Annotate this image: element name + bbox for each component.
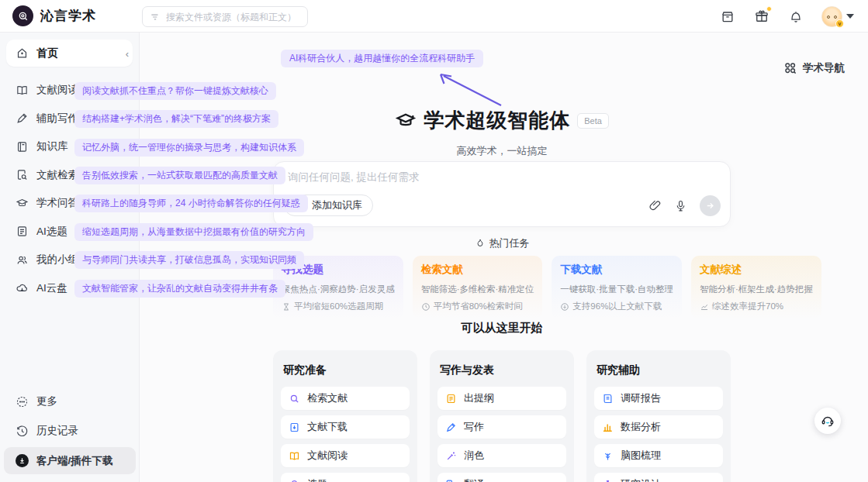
search-input[interactable] [166, 12, 300, 22]
app-title: 沁言学术 [40, 7, 96, 25]
vip-badge-icon: v [835, 19, 844, 28]
sidebar-collapse-icon[interactable]: ‹ [121, 46, 133, 61]
report-book-icon [602, 393, 614, 405]
action-label: 文献下载 [307, 420, 348, 434]
hot-tasks: 寻找选题 聚焦热点·洞察趋势·启发灵感 平均缩短60%选题周期 检索文献 智能筛… [273, 256, 731, 319]
customer-service-button[interactable] [814, 408, 841, 434]
action-label: 检索文献 [307, 391, 348, 405]
sidebar-item-label: 文献检索 [36, 168, 78, 182]
action-label: 研究设计 [621, 477, 661, 482]
action-search-literature[interactable]: 检索文献 [281, 387, 410, 410]
global-search[interactable] [142, 6, 308, 27]
download-icon [16, 454, 29, 467]
action-label: 数据分析 [621, 420, 661, 434]
graduation-cap-icon [16, 197, 29, 210]
action-label: 文献阅读 [307, 449, 348, 463]
task-download-literature[interactable]: 下载文献 一键获取·批量下载·自动整理 支持96%以上文献下载 [552, 256, 682, 319]
action-label: 出提纲 [464, 391, 494, 405]
academic-nav-link[interactable]: 学术导航 [783, 60, 845, 75]
tooltip-qa: 科研路上的随身导师，24 小时待命解答你的任何疑惑 [74, 195, 308, 212]
tooltip-search: 告别低效搜索，一站式获取最匹配的高质量文献 [74, 167, 285, 184]
avatar-eye [834, 15, 837, 19]
brand-area[interactable]: 沁言学术 [0, 5, 96, 26]
sidebar-item-label: AI选题 [36, 225, 67, 239]
doc-search-icon [16, 168, 29, 181]
avatar-eye [827, 15, 830, 19]
task-stat: 综述效率提升70% [712, 301, 783, 312]
sidebar-item-more[interactable]: 更多 [0, 387, 140, 416]
lightbulb-icon [289, 479, 300, 482]
clock-icon [421, 302, 431, 312]
action-research-report[interactable]: 调研报告 [594, 387, 723, 410]
action-translate[interactable]: 翻译 [437, 473, 566, 482]
sidebar-item-label: 历史记录 [36, 424, 78, 438]
history-clock-icon [16, 425, 29, 438]
cloud-icon [16, 281, 29, 294]
action-label: 润色 [464, 449, 484, 463]
card-title: 研究辅助 [597, 363, 721, 377]
home-icon [16, 46, 29, 60]
action-topic-selection[interactable]: 选题 [281, 473, 410, 482]
task-literature-review[interactable]: 文献综述 智能分析·框架生成·趋势把握 综述效率提升70% [691, 256, 821, 319]
page-title: 学术超级智能体 [424, 107, 570, 134]
add-knowledge-base-label: 添加知识库 [312, 198, 362, 212]
doc-lines-icon [445, 393, 457, 405]
briefcase-icon[interactable] [719, 8, 736, 25]
sidebar-footer: 更多 历史记录 客户端/插件下载 [0, 387, 140, 477]
action-literature-reading[interactable]: 文献阅读 [281, 444, 410, 467]
action-research-design[interactable]: 研究设计 [594, 473, 723, 482]
tooltip-writing: 结构搭建+学术润色，解决“下笔难”的终极方案 [74, 110, 278, 128]
promo-badge: AI科研合伙人，越用越懂你的全流程科研助手 [281, 50, 483, 67]
sidebar-item-label: 客户端/插件下载 [36, 454, 112, 468]
action-mindmap[interactable]: 脑图梳理 [594, 444, 723, 467]
tooltip-groups: 与导师同门共读共享，打破信息孤岛，实现知识同频 [74, 251, 304, 269]
card-title: 写作与发表 [440, 363, 564, 377]
action-data-analysis[interactable]: 数据分析 [594, 415, 723, 439]
grid-nav-icon [783, 60, 797, 75]
book-open-icon [16, 84, 29, 97]
bar-chart-icon [602, 422, 614, 433]
task-desc: 智能筛选·多维检索·精准定位 [421, 284, 534, 295]
translate-icon [445, 479, 457, 482]
magic-wand-icon [445, 450, 457, 462]
action-label: 脑图梳理 [621, 449, 661, 463]
user-avatar: v [821, 6, 842, 27]
microphone-icon[interactable] [674, 199, 687, 212]
task-desc: 智能分析·框架生成·趋势把握 [700, 284, 813, 295]
download-circle-icon [560, 302, 569, 312]
task-search-literature[interactable]: 检索文献 智能筛选·多维检索·精准定位 平均节省80%检索时间 [413, 256, 543, 319]
action-label: 选题 [307, 477, 327, 482]
sidebar-item-home[interactable]: 首页 ‹ [6, 40, 133, 67]
hot-tasks-heading: 热门任务 [273, 236, 731, 250]
prompt-input[interactable] [288, 171, 691, 183]
task-stat: 平均缩短60%选题周期 [294, 301, 383, 312]
action-literature-download[interactable]: 文献下载 [281, 415, 410, 439]
sidebar-item-label: 辅助写作 [36, 112, 78, 126]
task-stat: 平均节省80%检索时间 [434, 301, 523, 312]
hero-section: 学术超级智能体 Beta 高效学术，一站搞定 [273, 107, 731, 158]
hourglass-icon [282, 302, 291, 312]
start-cards: 研究准备 检索文献 文献下载 [273, 350, 731, 482]
pen-icon [445, 422, 457, 433]
sidebar-item-label: 知识库 [36, 139, 68, 153]
card-research-prep: 研究准备 检索文献 文献下载 [273, 350, 417, 482]
search-filter-icon [150, 12, 161, 22]
action-outline[interactable]: 出提纲 [437, 387, 566, 410]
send-button[interactable] [700, 195, 721, 216]
page-subtitle: 高效学术，一站搞定 [273, 144, 731, 158]
bell-icon[interactable] [787, 8, 804, 25]
sidebar-item-history[interactable]: 历史记录 [0, 416, 140, 446]
beta-badge: Beta [577, 113, 609, 129]
attachment-icon[interactable] [648, 199, 662, 212]
sidebar-item-client-download[interactable]: 客户端/插件下载 [4, 447, 136, 474]
gift-icon[interactable] [753, 8, 770, 25]
prompt-composer: 添加知识库 [273, 161, 731, 227]
ellipsis-circle-icon [16, 395, 29, 408]
tooltip-ai-topic: 缩短选题周期，从海量数据中挖掘最有价值的研究方向 [74, 223, 313, 241]
action-writing[interactable]: 写作 [437, 415, 566, 439]
user-menu[interactable]: v [821, 6, 854, 27]
sidebar-item-label: 首页 [36, 46, 58, 60]
action-polish[interactable]: 润色 [437, 444, 566, 467]
app-logo-icon [12, 5, 33, 26]
tooltip-kb: 记忆外脑，统一管理你的摘录与思考，构建知识体系 [74, 139, 304, 157]
